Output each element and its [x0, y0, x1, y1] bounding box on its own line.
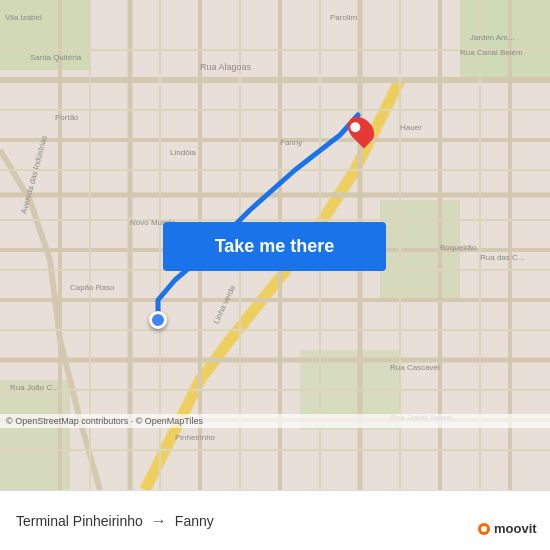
svg-text:Boqueirão: Boqueirão — [440, 243, 477, 252]
svg-text:Capão Raso: Capão Raso — [70, 283, 115, 292]
svg-text:Lindóia: Lindóia — [170, 148, 196, 157]
arrow-icon: → — [151, 512, 167, 530]
origin-label: Terminal Pinheirinho — [16, 513, 143, 529]
svg-text:Rua Canal Belém: Rua Canal Belém — [460, 48, 523, 57]
moovit-logo: moovit — [478, 518, 538, 540]
svg-text:Santa Quitéria: Santa Quitéria — [30, 53, 82, 62]
svg-text:Rua Alagoas: Rua Alagoas — [200, 62, 252, 72]
take-me-there-button[interactable]: Take me there — [163, 222, 386, 271]
svg-text:Rua Cascavel: Rua Cascavel — [390, 363, 440, 372]
svg-text:Rua João C...: Rua João C... — [10, 383, 59, 392]
svg-text:Portão: Portão — [55, 113, 79, 122]
destination-marker — [347, 115, 369, 145]
svg-text:moovit: moovit — [494, 521, 537, 536]
svg-text:Fanny: Fanny — [280, 138, 302, 147]
svg-text:Vila Izabel: Vila Izabel — [5, 13, 42, 22]
svg-text:Parolim: Parolim — [330, 13, 357, 22]
svg-text:Pinheirinho: Pinheirinho — [175, 433, 216, 442]
svg-text:Jardim Am...: Jardim Am... — [470, 33, 514, 42]
map-container[interactable]: Rua Alagoas Santa Quitéria Portão Lindói… — [0, 0, 550, 490]
route-info: Terminal Pinheirinho → Fanny — [16, 512, 534, 530]
bottom-bar: Terminal Pinheirinho → Fanny moovit — [0, 490, 550, 550]
svg-text:Rua das C...: Rua das C... — [480, 253, 524, 262]
origin-marker — [149, 311, 167, 329]
destination-label: Fanny — [175, 513, 214, 529]
svg-text:Hauer: Hauer — [400, 123, 422, 132]
svg-point-56 — [481, 526, 487, 532]
map-attribution: © OpenStreetMap contributors · © OpenMap… — [0, 414, 550, 428]
